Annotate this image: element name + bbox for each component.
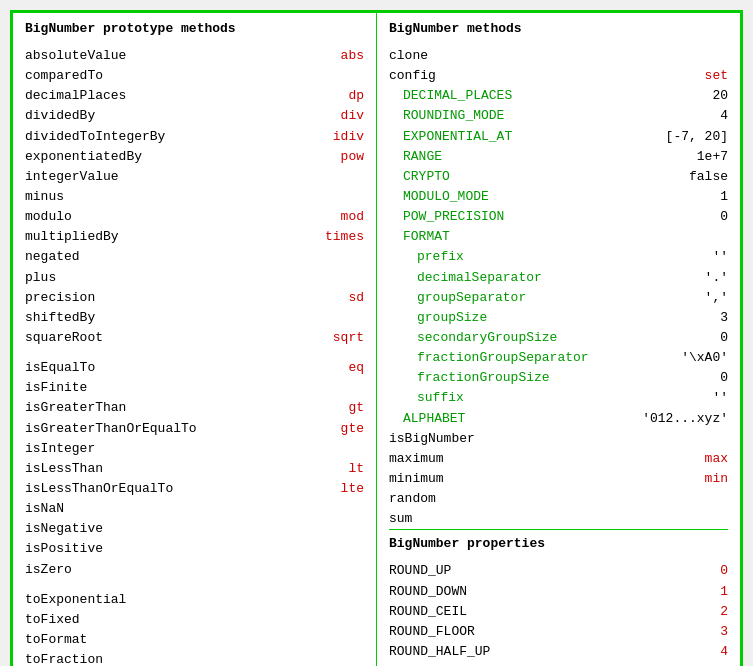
left-entry-row: toExponential xyxy=(25,590,364,610)
property-name: ROUND_HALF_DOWN xyxy=(389,662,506,666)
right-entry-name: config xyxy=(389,66,436,86)
entry-name: isLessThanOrEqualTo xyxy=(25,479,173,499)
entry-name: decimalPlaces xyxy=(25,86,126,106)
right-entry-name: minimum xyxy=(389,469,444,489)
right-entry-value: '.' xyxy=(705,268,728,288)
right-entry-value: ',' xyxy=(705,288,728,308)
right-entry-row: CRYPTOfalse xyxy=(389,167,728,187)
left-entry-row: isLessThanOrEqualTolte xyxy=(25,479,364,499)
property-value: 0 xyxy=(720,561,728,581)
entry-name: minus xyxy=(25,187,64,207)
blank-spacer xyxy=(25,580,364,590)
right-panel: BigNumber methods cloneconfigsetDECIMAL_… xyxy=(377,13,741,667)
right-entry-name: decimalSeparator xyxy=(389,268,542,288)
left-entries-list: absoluteValueabscomparedTodecimalPlacesd… xyxy=(25,46,364,666)
right-entry-row: fractionGroupSize0 xyxy=(389,368,728,388)
right-entry-value: [-7, 20] xyxy=(666,127,728,147)
right-entry-row: isBigNumber xyxy=(389,429,728,449)
right-entry-name: POW_PRECISION xyxy=(389,207,504,227)
right-entry-row: POW_PRECISION0 xyxy=(389,207,728,227)
right-entry-value: 0 xyxy=(720,328,728,348)
left-entry-row: plus xyxy=(25,268,364,288)
right-entry-value: 0 xyxy=(720,368,728,388)
property-name: ROUND_CEIL xyxy=(389,602,467,622)
right-entry-name: groupSize xyxy=(389,308,487,328)
entry-name: shiftedBy xyxy=(25,308,95,328)
left-entry-row: isGreaterThangt xyxy=(25,398,364,418)
right-entry-row: DECIMAL_PLACES20 xyxy=(389,86,728,106)
right-entry-value: 20 xyxy=(712,86,728,106)
right-entry-name: DECIMAL_PLACES xyxy=(389,86,512,106)
right-entry-name: groupSeparator xyxy=(389,288,526,308)
property-row: ROUND_CEIL2 xyxy=(389,602,728,622)
right-entry-row: sum xyxy=(389,509,728,529)
entry-name: plus xyxy=(25,268,56,288)
entry-name: modulo xyxy=(25,207,72,227)
entry-name: integerValue xyxy=(25,167,119,187)
entry-name: toFraction xyxy=(25,650,103,666)
left-entry-row: isPositive xyxy=(25,539,364,559)
left-entry-row: multipliedBytimes xyxy=(25,227,364,247)
entry-name: isGreaterThanOrEqualTo xyxy=(25,419,197,439)
entry-alias: sd xyxy=(348,288,364,308)
left-entry-row: toFormat xyxy=(25,630,364,650)
left-header: BigNumber prototype methods xyxy=(25,21,364,42)
right-entry-name: EXPONENTIAL_AT xyxy=(389,127,512,147)
entry-name: toFixed xyxy=(25,610,80,630)
left-entry-row: dividedBydiv xyxy=(25,106,364,126)
right-entry-row: decimalSeparator'.' xyxy=(389,268,728,288)
left-entry-row: squareRootsqrt xyxy=(25,328,364,348)
entry-alias: mod xyxy=(341,207,364,227)
property-name: ROUND_DOWN xyxy=(389,582,467,602)
left-entry-row: isGreaterThanOrEqualTogte xyxy=(25,419,364,439)
entry-name: negated xyxy=(25,247,80,267)
left-entry-row: isFinite xyxy=(25,378,364,398)
right-entry-row: maximummax xyxy=(389,449,728,469)
entry-name: isZero xyxy=(25,560,72,580)
right-entry-name: RANGE xyxy=(389,147,442,167)
right-entry-row: random xyxy=(389,489,728,509)
property-value: 1 xyxy=(720,582,728,602)
entry-name: isLessThan xyxy=(25,459,103,479)
right-entry-name: MODULO_MODE xyxy=(389,187,489,207)
right-entry-row: prefix'' xyxy=(389,247,728,267)
reference-table: BigNumber prototype methods absoluteValu… xyxy=(12,12,741,666)
right-entry-row: RANGE1e+7 xyxy=(389,147,728,167)
right-entry-row: MODULO_MODE1 xyxy=(389,187,728,207)
right-entry-value: max xyxy=(705,449,728,469)
right-entry-row: configset xyxy=(389,66,728,86)
right-entry-name: sum xyxy=(389,509,412,529)
left-entry-row: isLessThanlt xyxy=(25,459,364,479)
property-value: 3 xyxy=(720,622,728,642)
entry-alias: lt xyxy=(348,459,364,479)
right-entry-value: '012...xyz' xyxy=(642,409,728,429)
entry-name: isNegative xyxy=(25,519,103,539)
left-entry-row: modulomod xyxy=(25,207,364,227)
entry-alias: gte xyxy=(341,419,364,439)
right-entry-value: false xyxy=(689,167,728,187)
entry-name: multipliedBy xyxy=(25,227,119,247)
entry-name: squareRoot xyxy=(25,328,103,348)
right-entry-name: secondaryGroupSize xyxy=(389,328,557,348)
right-entry-row: fractionGroupSeparator'\xA0' xyxy=(389,348,728,368)
property-value: 4 xyxy=(720,642,728,662)
property-name: ROUND_FLOOR xyxy=(389,622,475,642)
main-container: BigNumber prototype methods absoluteValu… xyxy=(10,10,743,666)
right-entry-value: 1 xyxy=(720,187,728,207)
left-entry-row: isEqualToeq xyxy=(25,358,364,378)
entry-alias: idiv xyxy=(333,127,364,147)
right-entry-row: secondaryGroupSize0 xyxy=(389,328,728,348)
entry-alias: gt xyxy=(348,398,364,418)
right-entry-row: EXPONENTIAL_AT[-7, 20] xyxy=(389,127,728,147)
right-entry-value: set xyxy=(705,66,728,86)
left-panel: BigNumber prototype methods absoluteValu… xyxy=(13,13,377,667)
right-entry-name: ROUNDING_MODE xyxy=(389,106,504,126)
right-entry-row: groupSeparator',' xyxy=(389,288,728,308)
entry-name: isPositive xyxy=(25,539,103,559)
entry-alias: div xyxy=(341,106,364,126)
left-entry-row: dividedToIntegerByidiv xyxy=(25,127,364,147)
property-row: ROUND_FLOOR3 xyxy=(389,622,728,642)
right-entry-name: random xyxy=(389,489,436,509)
right-entry-value: min xyxy=(705,469,728,489)
right-entry-row: suffix'' xyxy=(389,388,728,408)
